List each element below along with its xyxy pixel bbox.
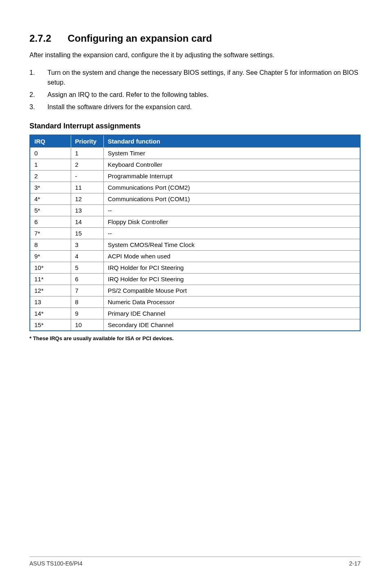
cell-function: Keyboard Controller (103, 159, 360, 171)
table-row: 10* 5 IRQ Holder for PCI Steering (30, 262, 360, 274)
cell-irq: 4* (30, 193, 71, 205)
table-row: 1 2 Keyboard Controller (30, 159, 360, 171)
table-header-row: IRQ Priority Standard function (30, 135, 360, 148)
cell-function: System CMOS/Real Time Clock (103, 239, 360, 251)
section-title: 2.7.2Configuring an expansion card (29, 33, 361, 44)
cell-priority: 9 (71, 308, 103, 319)
cell-irq: 8 (30, 239, 71, 251)
cell-function: IRQ Holder for PCI Steering (103, 274, 360, 285)
table-row: 4* 12 Communications Port (COM1) (30, 193, 360, 205)
cell-priority: 3 (71, 239, 103, 251)
cell-function: -- (103, 205, 360, 216)
list-text: Turn on the system and change the necess… (47, 68, 361, 88)
cell-irq: 3* (30, 182, 71, 193)
table-heading: Standard Interrupt assignments (29, 122, 361, 130)
steps-list: 1. Turn on the system and change the nec… (29, 68, 361, 112)
cell-function: Communications Port (COM2) (103, 182, 360, 193)
cell-function: Primary IDE Channel (103, 308, 360, 319)
table-row: 5* 13 -- (30, 205, 360, 216)
list-item: 3. Install the software drivers for the … (29, 102, 361, 112)
header-priority: Priority (71, 135, 103, 148)
header-function: Standard function (103, 135, 360, 148)
list-text: Assign an IRQ to the card. Refer to the … (47, 90, 361, 100)
cell-function: System Timer (103, 148, 360, 159)
table-footnote: * These IRQs are usually available for I… (29, 335, 361, 341)
cell-function: IRQ Holder for PCI Steering (103, 262, 360, 274)
list-number: 3. (29, 102, 47, 112)
table-row: 13 8 Numeric Data Processor (30, 296, 360, 308)
cell-priority: - (71, 171, 103, 182)
list-number: 2. (29, 90, 47, 100)
table-body: 0 1 System Timer 1 2 Keyboard Controller… (30, 148, 360, 331)
cell-priority: 5 (71, 262, 103, 274)
table-row: 3* 11 Communications Port (COM2) (30, 182, 360, 193)
cell-priority: 12 (71, 193, 103, 205)
cell-priority: 13 (71, 205, 103, 216)
cell-priority: 8 (71, 296, 103, 308)
page-footer: ASUS TS100-E6/PI4 2-17 (29, 557, 361, 567)
table-row: 6 14 Floppy Disk Controller (30, 216, 360, 228)
cell-irq: 14* (30, 308, 71, 319)
cell-irq: 13 (30, 296, 71, 308)
cell-function: Programmable Interrupt (103, 171, 360, 182)
cell-irq: 12* (30, 285, 71, 296)
cell-priority: 2 (71, 159, 103, 171)
cell-irq: 11* (30, 274, 71, 285)
cell-priority: 10 (71, 319, 103, 331)
cell-irq: 5* (30, 205, 71, 216)
table-row: 8 3 System CMOS/Real Time Clock (30, 239, 360, 251)
cell-irq: 2 (30, 171, 71, 182)
table-row: 12* 7 PS/2 Compatible Mouse Port (30, 285, 360, 296)
cell-irq: 0 (30, 148, 71, 159)
cell-irq: 15* (30, 319, 71, 331)
cell-priority: 6 (71, 274, 103, 285)
table-row: 2 - Programmable Interrupt (30, 171, 360, 182)
cell-priority: 15 (71, 228, 103, 239)
cell-irq: 6 (30, 216, 71, 228)
list-text: Install the software drivers for the exp… (47, 102, 361, 112)
footer-left: ASUS TS100-E6/PI4 (29, 560, 83, 567)
cell-function: PS/2 Compatible Mouse Port (103, 285, 360, 296)
cell-priority: 7 (71, 285, 103, 296)
cell-function: Floppy Disk Controller (103, 216, 360, 228)
cell-function: -- (103, 228, 360, 239)
irq-table: IRQ Priority Standard function 0 1 Syste… (29, 135, 361, 331)
footer-right: 2-17 (349, 560, 361, 567)
section-number: 2.7.2 (29, 33, 51, 44)
header-irq: IRQ (30, 135, 71, 148)
cell-function: Secondary IDE Channel (103, 319, 360, 331)
table-row: 0 1 System Timer (30, 148, 360, 159)
cell-priority: 14 (71, 216, 103, 228)
cell-priority: 4 (71, 251, 103, 262)
table-row: 15* 10 Secondary IDE Channel (30, 319, 360, 331)
list-number: 1. (29, 68, 47, 88)
section-heading-text: Configuring an expansion card (67, 33, 212, 44)
cell-priority: 1 (71, 148, 103, 159)
table-row: 11* 6 IRQ Holder for PCI Steering (30, 274, 360, 285)
cell-function: ACPI Mode when used (103, 251, 360, 262)
cell-function: Numeric Data Processor (103, 296, 360, 308)
cell-irq: 7* (30, 228, 71, 239)
table-row: 9* 4 ACPI Mode when used (30, 251, 360, 262)
table-row: 14* 9 Primary IDE Channel (30, 308, 360, 319)
cell-priority: 11 (71, 182, 103, 193)
cell-irq: 9* (30, 251, 71, 262)
cell-function: Communications Port (COM1) (103, 193, 360, 205)
table-row: 7* 15 -- (30, 228, 360, 239)
list-item: 2. Assign an IRQ to the card. Refer to t… (29, 90, 361, 100)
intro-paragraph: After installing the expansion card, con… (29, 51, 361, 60)
list-item: 1. Turn on the system and change the nec… (29, 68, 361, 88)
cell-irq: 1 (30, 159, 71, 171)
cell-irq: 10* (30, 262, 71, 274)
